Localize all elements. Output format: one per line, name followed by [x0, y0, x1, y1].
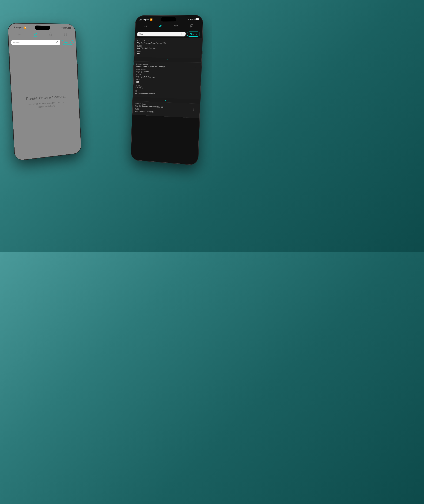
svg-point-0: [19, 33, 20, 34]
status-bar-right: Rogers 📶 ∗ 100%: [136, 15, 203, 22]
carrier-right: Rogers 📶: [139, 18, 153, 21]
card-menu-3[interactable]: ⋮: [191, 107, 196, 112]
market-card-3: MARKET ALIAS Map {3} Team to Score the M…: [132, 101, 200, 118]
carrier-name-left: Rogers: [16, 26, 23, 29]
battery-area-right: ∗ 100%: [188, 18, 199, 20]
dynamic-island-right: [161, 17, 176, 21]
nav-bookmark-left[interactable]: [64, 33, 67, 36]
nav-star-right[interactable]: [174, 24, 178, 28]
phone-right: Rogers 📶 ∗ 100%: [131, 15, 203, 165]
bluetooth-icon-left: ∗: [61, 27, 63, 29]
bluetooth-icon-right: ∗: [188, 18, 189, 20]
filter-chevron-right: ▼: [195, 33, 197, 35]
empty-subtitle: Search for markets using the filters and…: [27, 100, 66, 109]
search-input-right[interactable]: [139, 33, 180, 35]
card-menu-1[interactable]: ⋮: [193, 42, 199, 46]
phone-left: Rogers 📶 ∗ 100%: [8, 23, 81, 160]
tag-pill-2[interactable]: 3 Tags: [136, 86, 143, 89]
filter-button-right[interactable]: Filter ▼: [187, 31, 200, 36]
nav-star-left[interactable]: [49, 32, 52, 36]
market-list: MARKET ALIAS Map {1} Team to Score the M…: [131, 38, 202, 165]
block-value-1: Map {1} - Both Teams to: [137, 47, 166, 49]
svg-point-3: [145, 25, 146, 26]
signal-icon-left: [12, 26, 15, 28]
expand-arrow-down-1: ▼: [166, 59, 168, 61]
empty-state: Please Enter a Search.. Search for marke…: [9, 46, 81, 160]
search-container-right: Filter ▼: [135, 30, 202, 38]
nav-user-right[interactable]: [144, 24, 147, 28]
card-content-1: MARKET ALIAS Map {1} Team to Score the M…: [134, 38, 202, 58]
market-alias-label-2: MARKET ALIAS: [136, 63, 166, 65]
market-card-2: MARKET ALIAS Map {2} Team to Score the M…: [133, 61, 201, 104]
card-menu-2[interactable]: ⋮: [193, 66, 198, 70]
svg-point-2: [56, 41, 58, 43]
card-content-3: MARKET ALIAS Map {3} Team to Score the M…: [132, 101, 200, 118]
battery-area-left: ∗ 100%: [61, 27, 71, 29]
nav-user-left[interactable]: [18, 32, 22, 36]
screen-left: Rogers 📶 ∗ 100%: [8, 23, 81, 160]
card-fields-2: MARKET ALIAS Map {2} Team to Score the M…: [135, 63, 165, 97]
market-card-1: MARKET ALIAS Map {1} Team to Score the M…: [134, 38, 202, 63]
battery-icon-right: [195, 18, 199, 20]
search-input-wrap-right[interactable]: [137, 32, 186, 36]
carrier-left: Rogers 📶: [12, 26, 26, 29]
card-fields-3: MARKET ALIAS Map {3} Team to Score the M…: [135, 103, 164, 115]
search-input-wrap-left[interactable]: [11, 40, 60, 45]
block-label-1: BLOCK: [137, 45, 166, 47]
empty-title: Please Enter a Search..: [26, 94, 66, 101]
search-input-left[interactable]: [13, 41, 55, 44]
nav-bar-left: [8, 30, 75, 38]
market-alias-label-1: MARKET ALIAS: [137, 40, 166, 42]
card-fields-1: MARKET ALIAS Map {1} Team to Score the M…: [137, 40, 166, 56]
search-icon-right: [181, 33, 184, 35]
phones-container: Rogers 📶 ∗ 100%: [8, 7, 204, 245]
card-content-2: MARKET ALIAS Map {2} Team to Score the M…: [133, 61, 201, 99]
nav-tools-left[interactable]: [33, 32, 37, 36]
rank-value-1: 681: [137, 52, 166, 55]
filter-label-left: Filter: [64, 41, 69, 43]
carrier-name-right: Rogers: [143, 18, 149, 21]
wifi-icon-right: 📶: [150, 18, 153, 21]
nav-bar-right: [135, 22, 203, 30]
market-alias-value-2: Map {2} Team to Score the Most Kills: [136, 65, 165, 68]
svg-point-5: [181, 33, 183, 35]
expand-arrow-up-2: ▲: [165, 99, 167, 101]
card-header-3: MARKET ALIAS Map {3} Team to Score the M…: [135, 103, 197, 116]
filter-button-left[interactable]: Filter ▼: [62, 40, 74, 45]
svg-marker-4: [175, 24, 178, 27]
nav-bookmark-right[interactable]: [190, 24, 194, 28]
nav-tools-underline-right: [159, 28, 162, 28]
battery-icon-left: [68, 27, 71, 29]
battery-pct-right: 100%: [190, 18, 195, 20]
signal-icon-right: [139, 19, 142, 20]
search-container-left: Filter ▼: [9, 38, 76, 47]
nav-tools-underline-left: [34, 36, 37, 36]
pinny-name-value-2: Map {2} - Winner: [136, 70, 165, 73]
battery-pct-left: 100%: [63, 27, 68, 29]
card-header-2: MARKET ALIAS Map {2} Team to Score the M…: [135, 63, 199, 98]
card-header-1: MARKET ALIAS Map {1} Team to Score the M…: [137, 40, 200, 57]
rank-label-1: RANK: [137, 50, 166, 52]
search-icon-left: [56, 41, 59, 44]
market-alias-value-1: Map {1} Team to Score the Most Kills: [137, 42, 166, 44]
svg-marker-1: [49, 33, 52, 36]
wifi-icon-left: 📶: [24, 26, 26, 29]
filter-label-right: Filter: [189, 33, 194, 35]
nav-tools-right[interactable]: [159, 24, 163, 28]
filter-chevron-left: ▼: [69, 41, 71, 43]
dynamic-island-left: [35, 25, 50, 30]
screen-right: Rogers 📶 ∗ 100%: [131, 15, 203, 165]
status-bar-left: Rogers 📶 ∗ 100%: [8, 23, 75, 30]
